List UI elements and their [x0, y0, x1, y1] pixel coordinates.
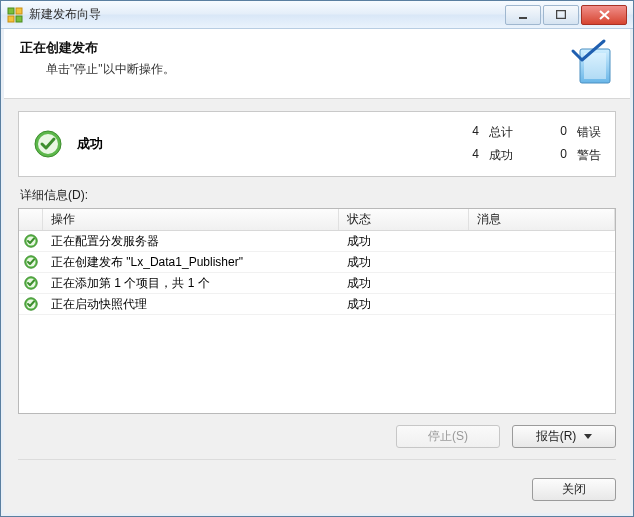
success-label: 成功	[489, 147, 513, 164]
total-count: 4	[465, 124, 479, 141]
svg-rect-0	[8, 8, 14, 14]
svg-rect-5	[557, 11, 566, 19]
col-message[interactable]: 消息	[469, 209, 615, 230]
page-title: 正在创建发布	[20, 39, 614, 57]
close-button[interactable]: 关闭	[532, 478, 616, 501]
row-status-icon	[19, 234, 43, 248]
table-row[interactable]: 正在创建发布 "Lx_Data1_Publisher"成功	[19, 252, 615, 273]
grid-header: 操作 状态 消息	[19, 209, 615, 231]
minimize-button[interactable]	[505, 5, 541, 25]
summary-panel: 成功 4 总计 4 成功 0	[18, 111, 616, 177]
chevron-down-icon	[584, 434, 592, 439]
row-operation: 正在添加第 1 个项目，共 1 个	[43, 275, 339, 292]
svg-rect-4	[519, 17, 527, 19]
titlebar[interactable]: 新建发布向导	[1, 1, 633, 29]
stop-button-label: 停止(S)	[428, 428, 468, 445]
table-row[interactable]: 正在启动快照代理成功	[19, 294, 615, 315]
row-operation: 正在启动快照代理	[43, 296, 339, 313]
success-count: 4	[465, 147, 479, 164]
summary-status: 成功	[77, 135, 103, 153]
page-subtitle: 单击"停止"以中断操作。	[46, 61, 614, 78]
footer: 关闭	[4, 468, 630, 513]
svg-rect-1	[16, 8, 22, 14]
row-status: 成功	[339, 296, 469, 313]
col-operation[interactable]: 操作	[43, 209, 339, 230]
maximize-button[interactable]	[543, 5, 579, 25]
row-status-icon	[19, 276, 43, 290]
header-graphic-icon	[566, 37, 618, 92]
warning-label: 警告	[577, 147, 601, 164]
client-area: 正在创建发布 单击"停止"以中断操作。	[1, 29, 633, 516]
table-row[interactable]: 正在配置分发服务器成功	[19, 231, 615, 252]
report-button[interactable]: 报告(R)	[512, 425, 616, 448]
error-label: 错误	[577, 124, 601, 141]
row-status: 成功	[339, 254, 469, 271]
row-status-icon	[19, 255, 43, 269]
app-icon	[7, 7, 23, 23]
row-status-icon	[19, 297, 43, 311]
wizard-header: 正在创建发布 单击"停止"以中断操作。	[4, 29, 630, 99]
close-window-button[interactable]	[581, 5, 627, 25]
row-status: 成功	[339, 233, 469, 250]
error-count: 0	[553, 124, 567, 141]
table-row[interactable]: 正在添加第 1 个项目，共 1 个成功	[19, 273, 615, 294]
svg-rect-2	[8, 16, 14, 22]
row-operation: 正在创建发布 "Lx_Data1_Publisher"	[43, 254, 339, 271]
warning-count: 0	[553, 147, 567, 164]
stop-button: 停止(S)	[396, 425, 500, 448]
summary-stats: 4 总计 4 成功 0 错误 0	[465, 124, 601, 164]
row-status: 成功	[339, 275, 469, 292]
success-icon	[33, 129, 63, 159]
row-operation: 正在配置分发服务器	[43, 233, 339, 250]
svg-rect-3	[16, 16, 22, 22]
total-label: 总计	[489, 124, 513, 141]
close-button-label: 关闭	[562, 481, 586, 498]
results-grid[interactable]: 操作 状态 消息 正在配置分发服务器成功正在创建发布 "Lx_Data1_Pub…	[18, 208, 616, 414]
col-status[interactable]: 状态	[339, 209, 469, 230]
wizard-window: 新建发布向导 正在创建发布 单击"停止"以中断操作。	[0, 0, 634, 517]
report-button-label: 报告(R)	[536, 428, 577, 445]
window-title: 新建发布向导	[29, 6, 101, 23]
details-label: 详细信息(D):	[20, 187, 614, 204]
